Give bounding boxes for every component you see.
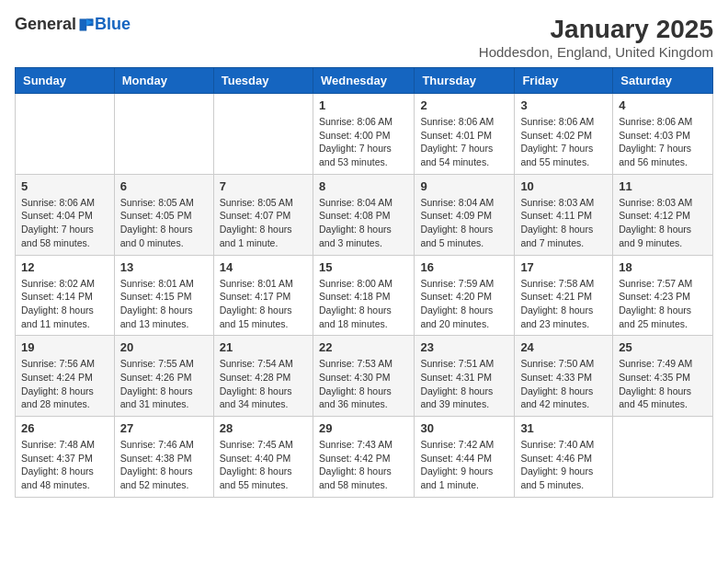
calendar-cell: 11Sunrise: 8:03 AM Sunset: 4:12 PM Dayli… bbox=[613, 174, 713, 255]
day-info: Sunrise: 8:03 AM Sunset: 4:11 PM Dayligh… bbox=[520, 196, 607, 250]
calendar-cell: 1Sunrise: 8:06 AM Sunset: 4:00 PM Daylig… bbox=[313, 94, 414, 175]
calendar-cell: 23Sunrise: 7:51 AM Sunset: 4:31 PM Dayli… bbox=[415, 336, 515, 417]
day-of-week-header: Thursday bbox=[415, 68, 515, 94]
calendar-cell: 18Sunrise: 7:57 AM Sunset: 4:23 PM Dayli… bbox=[613, 255, 713, 336]
day-info: Sunrise: 7:54 AM Sunset: 4:28 PM Dayligh… bbox=[220, 357, 307, 411]
day-info: Sunrise: 7:48 AM Sunset: 4:37 PM Dayligh… bbox=[21, 438, 108, 492]
day-number: 12 bbox=[21, 260, 108, 274]
calendar-cell: 15Sunrise: 8:00 AM Sunset: 4:18 PM Dayli… bbox=[313, 255, 414, 336]
day-info: Sunrise: 7:56 AM Sunset: 4:24 PM Dayligh… bbox=[21, 357, 108, 411]
day-number: 28 bbox=[220, 421, 307, 435]
calendar-cell: 29Sunrise: 7:43 AM Sunset: 4:42 PM Dayli… bbox=[313, 417, 414, 498]
title-block: January 2025 Hoddesdon, England, United … bbox=[479, 15, 713, 60]
day-number: 27 bbox=[120, 421, 208, 435]
day-info: Sunrise: 8:06 AM Sunset: 4:01 PM Dayligh… bbox=[420, 115, 508, 169]
day-of-week-header: Wednesday bbox=[313, 68, 414, 94]
day-info: Sunrise: 8:05 AM Sunset: 4:05 PM Dayligh… bbox=[120, 196, 208, 250]
day-info: Sunrise: 7:57 AM Sunset: 4:23 PM Dayligh… bbox=[619, 277, 707, 331]
calendar-cell: 13Sunrise: 8:01 AM Sunset: 4:15 PM Dayli… bbox=[114, 255, 213, 336]
calendar-cell: 22Sunrise: 7:53 AM Sunset: 4:30 PM Dayli… bbox=[313, 336, 414, 417]
day-info: Sunrise: 8:04 AM Sunset: 4:09 PM Dayligh… bbox=[420, 196, 508, 250]
day-number: 29 bbox=[319, 421, 408, 435]
calendar-cell bbox=[16, 94, 115, 175]
day-number: 15 bbox=[319, 260, 408, 274]
calendar-week-row: 19Sunrise: 7:56 AM Sunset: 4:24 PM Dayli… bbox=[16, 336, 713, 417]
calendar-cell: 31Sunrise: 7:40 AM Sunset: 4:46 PM Dayli… bbox=[515, 417, 613, 498]
page-header: General Blue January 2025 Hoddesdon, Eng… bbox=[15, 15, 713, 60]
calendar-cell: 16Sunrise: 7:59 AM Sunset: 4:20 PM Dayli… bbox=[415, 255, 515, 336]
calendar-cell: 6Sunrise: 8:05 AM Sunset: 4:05 PM Daylig… bbox=[114, 174, 213, 255]
calendar-cell: 2Sunrise: 8:06 AM Sunset: 4:01 PM Daylig… bbox=[415, 94, 515, 175]
calendar-cell: 30Sunrise: 7:42 AM Sunset: 4:44 PM Dayli… bbox=[415, 417, 515, 498]
calendar-week-row: 1Sunrise: 8:06 AM Sunset: 4:00 PM Daylig… bbox=[16, 94, 713, 175]
calendar-cell bbox=[613, 417, 713, 498]
day-info: Sunrise: 7:49 AM Sunset: 4:35 PM Dayligh… bbox=[619, 357, 707, 411]
month-title: January 2025 bbox=[479, 15, 713, 44]
day-number: 7 bbox=[220, 179, 307, 193]
day-number: 26 bbox=[21, 421, 108, 435]
calendar-header-row: SundayMondayTuesdayWednesdayThursdayFrid… bbox=[16, 68, 713, 94]
day-number: 6 bbox=[120, 179, 208, 193]
day-number: 9 bbox=[420, 179, 508, 193]
logo-general-text: General bbox=[15, 15, 76, 34]
day-number: 1 bbox=[319, 98, 408, 112]
calendar-week-row: 26Sunrise: 7:48 AM Sunset: 4:37 PM Dayli… bbox=[16, 417, 713, 498]
day-of-week-header: Saturday bbox=[613, 68, 713, 94]
calendar-cell: 20Sunrise: 7:55 AM Sunset: 4:26 PM Dayli… bbox=[114, 336, 213, 417]
day-number: 2 bbox=[420, 98, 508, 112]
calendar-week-row: 5Sunrise: 8:06 AM Sunset: 4:04 PM Daylig… bbox=[16, 174, 713, 255]
day-number: 22 bbox=[319, 340, 408, 354]
calendar-cell: 27Sunrise: 7:46 AM Sunset: 4:38 PM Dayli… bbox=[114, 417, 213, 498]
day-info: Sunrise: 8:06 AM Sunset: 4:02 PM Dayligh… bbox=[520, 115, 607, 169]
calendar-cell: 24Sunrise: 7:50 AM Sunset: 4:33 PM Dayli… bbox=[515, 336, 613, 417]
calendar-table: SundayMondayTuesdayWednesdayThursdayFrid… bbox=[15, 67, 713, 498]
day-info: Sunrise: 8:00 AM Sunset: 4:18 PM Dayligh… bbox=[319, 277, 408, 331]
day-info: Sunrise: 8:06 AM Sunset: 4:04 PM Dayligh… bbox=[21, 196, 108, 250]
day-info: Sunrise: 8:01 AM Sunset: 4:15 PM Dayligh… bbox=[120, 277, 208, 331]
day-number: 11 bbox=[619, 179, 707, 193]
calendar-cell: 3Sunrise: 8:06 AM Sunset: 4:02 PM Daylig… bbox=[515, 94, 613, 175]
day-info: Sunrise: 7:43 AM Sunset: 4:42 PM Dayligh… bbox=[319, 438, 408, 492]
day-info: Sunrise: 8:06 AM Sunset: 4:03 PM Dayligh… bbox=[619, 115, 707, 169]
calendar-cell: 21Sunrise: 7:54 AM Sunset: 4:28 PM Dayli… bbox=[213, 336, 313, 417]
calendar-cell: 12Sunrise: 8:02 AM Sunset: 4:14 PM Dayli… bbox=[16, 255, 115, 336]
calendar-cell bbox=[114, 94, 213, 175]
day-number: 21 bbox=[220, 340, 307, 354]
day-number: 13 bbox=[120, 260, 208, 274]
calendar-cell: 14Sunrise: 8:01 AM Sunset: 4:17 PM Dayli… bbox=[213, 255, 313, 336]
day-number: 8 bbox=[319, 179, 408, 193]
calendar-cell: 7Sunrise: 8:05 AM Sunset: 4:07 PM Daylig… bbox=[213, 174, 313, 255]
day-of-week-header: Monday bbox=[114, 68, 213, 94]
day-info: Sunrise: 8:04 AM Sunset: 4:08 PM Dayligh… bbox=[319, 196, 408, 250]
calendar-cell: 25Sunrise: 7:49 AM Sunset: 4:35 PM Dayli… bbox=[613, 336, 713, 417]
day-info: Sunrise: 7:59 AM Sunset: 4:20 PM Dayligh… bbox=[420, 277, 508, 331]
logo-flag-icon bbox=[78, 17, 95, 33]
day-info: Sunrise: 7:46 AM Sunset: 4:38 PM Dayligh… bbox=[120, 438, 208, 492]
day-info: Sunrise: 7:58 AM Sunset: 4:21 PM Dayligh… bbox=[520, 277, 607, 331]
calendar-cell bbox=[213, 94, 313, 175]
day-of-week-header: Tuesday bbox=[213, 68, 313, 94]
day-number: 18 bbox=[619, 260, 707, 274]
day-info: Sunrise: 7:51 AM Sunset: 4:31 PM Dayligh… bbox=[420, 357, 508, 411]
day-info: Sunrise: 7:53 AM Sunset: 4:30 PM Dayligh… bbox=[319, 357, 408, 411]
day-info: Sunrise: 8:05 AM Sunset: 4:07 PM Dayligh… bbox=[220, 196, 307, 250]
day-number: 23 bbox=[420, 340, 508, 354]
day-number: 25 bbox=[619, 340, 707, 354]
day-info: Sunrise: 7:55 AM Sunset: 4:26 PM Dayligh… bbox=[120, 357, 208, 411]
calendar-cell: 19Sunrise: 7:56 AM Sunset: 4:24 PM Dayli… bbox=[16, 336, 115, 417]
calendar-week-row: 12Sunrise: 8:02 AM Sunset: 4:14 PM Dayli… bbox=[16, 255, 713, 336]
day-of-week-header: Sunday bbox=[16, 68, 115, 94]
calendar-cell: 9Sunrise: 8:04 AM Sunset: 4:09 PM Daylig… bbox=[415, 174, 515, 255]
day-info: Sunrise: 7:45 AM Sunset: 4:40 PM Dayligh… bbox=[220, 438, 307, 492]
day-number: 10 bbox=[520, 179, 607, 193]
calendar-cell: 17Sunrise: 7:58 AM Sunset: 4:21 PM Dayli… bbox=[515, 255, 613, 336]
day-number: 3 bbox=[520, 98, 607, 112]
day-info: Sunrise: 8:06 AM Sunset: 4:00 PM Dayligh… bbox=[319, 115, 408, 169]
logo-blue-text: Blue bbox=[95, 15, 131, 34]
day-number: 31 bbox=[520, 421, 607, 435]
day-number: 30 bbox=[420, 421, 508, 435]
day-number: 4 bbox=[619, 98, 707, 112]
calendar-cell: 26Sunrise: 7:48 AM Sunset: 4:37 PM Dayli… bbox=[16, 417, 115, 498]
day-number: 17 bbox=[520, 260, 607, 274]
calendar-cell: 10Sunrise: 8:03 AM Sunset: 4:11 PM Dayli… bbox=[515, 174, 613, 255]
